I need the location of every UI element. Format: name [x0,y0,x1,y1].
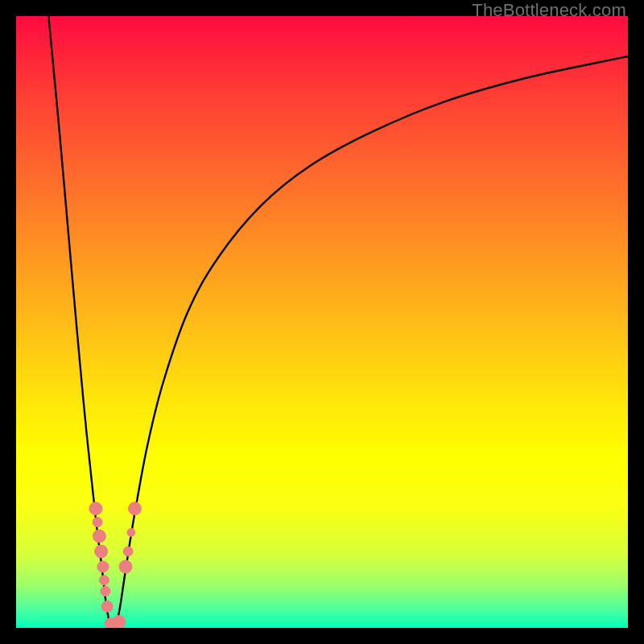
data-marker [119,560,132,573]
data-marker [101,601,113,612]
data-marker [97,561,109,572]
data-marker [128,502,141,515]
data-marker [95,545,108,558]
curve-right-branch [116,56,628,628]
data-marker [123,547,133,556]
data-marker [99,576,109,585]
data-marker [93,530,105,543]
data-marker [89,502,102,515]
plot-area [16,16,628,628]
data-marker [127,528,135,536]
chart-svg [16,16,628,628]
data-marker [101,586,110,596]
chart-frame: TheBottleneck.com [0,0,644,644]
watermark-text: TheBottleneck.com [472,0,626,21]
data-marker [113,615,126,628]
data-marker [93,518,102,527]
